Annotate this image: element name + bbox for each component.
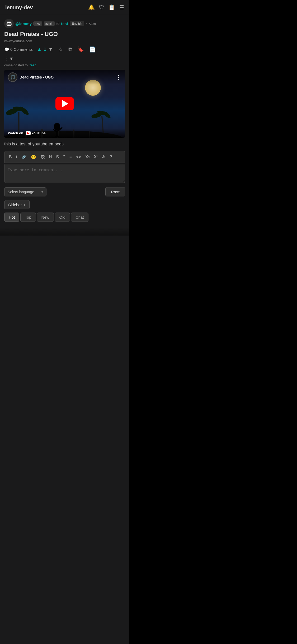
yt-header: 🎵 Dead Pirates - UGO ⋮: [4, 70, 125, 85]
comment-footer: Select language ▾ Post: [4, 187, 125, 196]
svg-point-6: [97, 110, 107, 116]
to-label: to: [56, 21, 60, 26]
mod-badge: mod: [33, 21, 42, 26]
comment-section: this is a test of youtube embeds B I 🔗 🙂…: [0, 138, 129, 228]
code-button[interactable]: <>: [74, 153, 83, 160]
editor-toolbar: B I 🔗 🙂 🖼 H S " ≡ <> X₁ Xⁱ ⚠ ?: [4, 151, 125, 163]
language-badge: English: [70, 21, 84, 26]
comment-input[interactable]: [4, 164, 125, 183]
svg-point-7: [102, 110, 112, 119]
app-title: lemmy-dev: [5, 4, 33, 11]
sort-tab-chat[interactable]: Chat: [71, 213, 88, 222]
author-username[interactable]: @lemmy: [15, 21, 32, 26]
post-title[interactable]: Dead Pirates - UGO: [4, 30, 125, 38]
sort-tab-old[interactable]: Old: [55, 213, 70, 222]
sort-tab-hot[interactable]: Hot: [4, 213, 19, 222]
bookmark-icon[interactable]: 🔖: [76, 46, 85, 53]
yt-logo-icon: ▶: [26, 131, 31, 135]
svg-point-1: [5, 107, 19, 116]
app-header: lemmy-dev 🔔 🛡 📋 ☰: [0, 0, 129, 15]
italic-button[interactable]: I: [15, 153, 19, 160]
community-link[interactable]: test: [61, 21, 68, 26]
quote-button[interactable]: ": [62, 153, 67, 160]
post-card: 🐼 @lemmy mod admin to test English • <1m…: [0, 15, 129, 138]
emoji-button[interactable]: 🙂: [29, 153, 38, 160]
link-button[interactable]: 🔗: [20, 153, 28, 160]
superscript-button[interactable]: Xⁱ: [92, 153, 99, 160]
menu-icon[interactable]: ☰: [119, 4, 124, 11]
language-select[interactable]: Select language ▾: [4, 187, 46, 196]
yt-video-title: Dead Pirates - UGO: [20, 75, 54, 79]
vote-count: 1: [44, 47, 46, 52]
copy-icon[interactable]: ⧉: [67, 46, 73, 53]
more-options: ⋮ ▾: [4, 55, 125, 62]
spoiler-button[interactable]: ⚠: [100, 153, 107, 160]
vote-section: ▲ 1 ▼: [36, 46, 54, 53]
post-time: <1m: [89, 22, 96, 26]
post-meta: 🐼 @lemmy mod admin to test English • <1m: [4, 19, 125, 28]
post-url[interactable]: www.youtube.com: [4, 39, 125, 43]
svg-point-5: [91, 112, 102, 119]
svg-point-2: [13, 106, 25, 112]
more-button[interactable]: ⋮ ▾: [4, 55, 13, 62]
post-actions: 💬 0 Comments ▲ 1 ▼ ☆ ⧉ 🔖 📄: [4, 46, 125, 53]
upvote-button[interactable]: ▲: [36, 46, 43, 53]
language-select-label: Select language: [8, 190, 34, 194]
admin-badge: admin: [44, 21, 55, 26]
strikethrough-button[interactable]: S: [55, 153, 61, 160]
list-button[interactable]: ≡: [68, 153, 73, 160]
bell-icon[interactable]: 🔔: [88, 4, 95, 11]
yt-logo-text: YouTube: [31, 131, 46, 135]
yt-play-button[interactable]: [55, 97, 74, 110]
chevron-down-icon: ▾: [41, 190, 43, 194]
dot-separator: •: [86, 21, 87, 26]
subscript-button[interactable]: X₁: [84, 153, 91, 160]
youtube-logo: ▶ YouTube: [26, 131, 46, 135]
post-comment-button[interactable]: Post: [105, 187, 125, 196]
star-icon[interactable]: ☆: [57, 46, 64, 53]
help-button[interactable]: ?: [108, 153, 114, 160]
bold-button[interactable]: B: [7, 153, 13, 160]
more-chevron-icon: ▾: [10, 55, 13, 62]
document-icon[interactable]: 📄: [88, 46, 97, 53]
sidebar-expand-icon: +: [23, 203, 26, 207]
shield-icon[interactable]: 🛡: [99, 4, 104, 11]
yt-more-button[interactable]: ⋮: [116, 74, 121, 81]
clipboard-icon[interactable]: 📋: [109, 4, 115, 11]
more-dots-icon: ⋮: [4, 55, 10, 62]
header-button[interactable]: H: [47, 153, 54, 160]
comments-label: 0 Comments: [10, 47, 33, 52]
sort-tabs: Hot Top New Old Chat: [4, 213, 125, 222]
yt-channel-icon: 🎵: [8, 72, 17, 82]
post-body-text: this is a test of youtube embeds: [4, 141, 125, 147]
cross-posted: cross-posted to: test: [4, 63, 125, 67]
sidebar-section: Sidebar +: [4, 200, 125, 213]
yt-channel-info: 🎵 Dead Pirates - UGO: [8, 72, 54, 82]
sort-tab-new[interactable]: New: [37, 213, 54, 222]
comment-icon: 💬: [4, 47, 9, 52]
svg-point-3: [18, 105, 30, 116]
watch-on-label: Watch on: [8, 131, 23, 135]
comments-count[interactable]: 💬 0 Comments: [4, 47, 33, 52]
bottom-fade: [0, 228, 129, 236]
image-button[interactable]: 🖼: [39, 153, 46, 160]
sort-tab-top[interactable]: Top: [20, 213, 36, 222]
header-icons: 🔔 🛡 📋 ☰: [88, 4, 124, 11]
downvote-button[interactable]: ▼: [47, 46, 54, 53]
avatar: 🐼: [4, 19, 14, 28]
youtube-embed[interactable]: 🎵 Dead Pirates - UGO ⋮: [4, 70, 125, 138]
cross-posted-label: cross-posted to:: [4, 63, 29, 67]
sidebar-label: Sidebar: [8, 203, 22, 207]
cross-posted-community[interactable]: test: [30, 63, 36, 67]
yt-footer: Watch on ▶ YouTube: [4, 128, 125, 138]
sidebar-button[interactable]: Sidebar +: [4, 200, 30, 209]
